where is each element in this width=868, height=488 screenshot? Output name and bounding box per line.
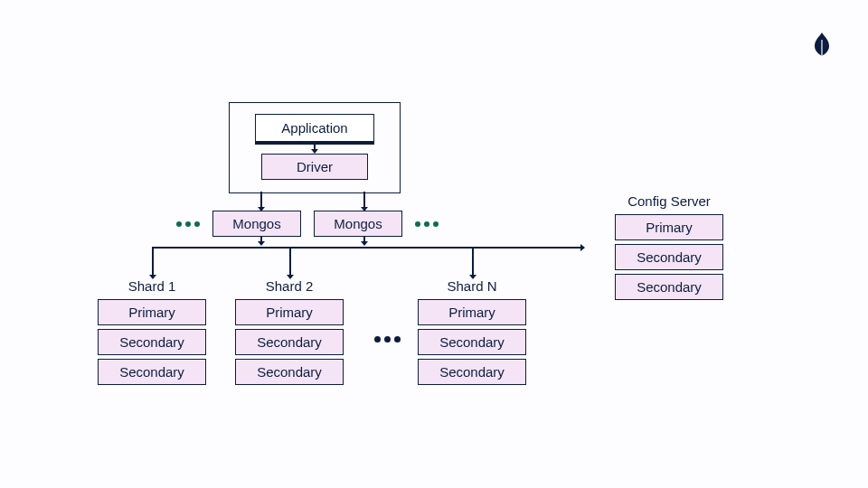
connector [314,141,316,150]
config-secondary-2: Secondary [615,274,723,300]
shard-1-primary: Primary [98,299,206,325]
connector-bus [152,247,580,249]
ellipsis-right-icon [415,221,439,227]
connector-arrow [580,244,585,251]
connector [472,247,474,276]
shard-2-secondary-1: Secondary [235,329,344,355]
connector [363,192,365,208]
shard-ellipsis-icon [374,336,401,343]
config-secondary-1: Secondary [615,244,723,270]
shard-n-group: Shard N Primary Secondary Secondary [418,278,526,385]
shard-2-secondary-2: Secondary [235,359,344,385]
ellipsis-left-icon [176,221,200,227]
application-node: Application [255,114,373,145]
shard-2-title: Shard 2 [235,278,344,294]
connector [289,247,291,276]
shard-1-title: Shard 1 [98,278,206,294]
shard-2-group: Shard 2 Primary Secondary Secondary [235,278,344,385]
connector [152,247,154,276]
shard-n-primary: Primary [418,299,526,325]
config-server-group: Config Server Primary Secondary Secondar… [615,193,723,300]
shard-n-secondary-2: Secondary [418,359,526,385]
connector [363,237,365,242]
config-server-title: Config Server [615,193,723,209]
sharding-diagram: Application Driver Mongos Mongos Config … [0,0,868,488]
shard-1-secondary-2: Secondary [98,359,206,385]
config-primary: Primary [615,214,723,240]
connector [260,192,262,208]
mongos-row: Mongos Mongos [176,211,439,237]
mongos-node-2: Mongos [314,211,402,237]
connector [260,237,262,242]
shard-n-secondary-1: Secondary [418,329,526,355]
mongodb-leaf-icon [814,33,830,56]
shard-2-primary: Primary [235,299,344,325]
driver-node: Driver [261,154,368,180]
shard-1-group: Shard 1 Primary Secondary Secondary [98,278,206,385]
mongos-node-1: Mongos [212,211,301,237]
shard-n-title: Shard N [418,278,526,294]
shard-1-secondary-1: Secondary [98,329,206,355]
